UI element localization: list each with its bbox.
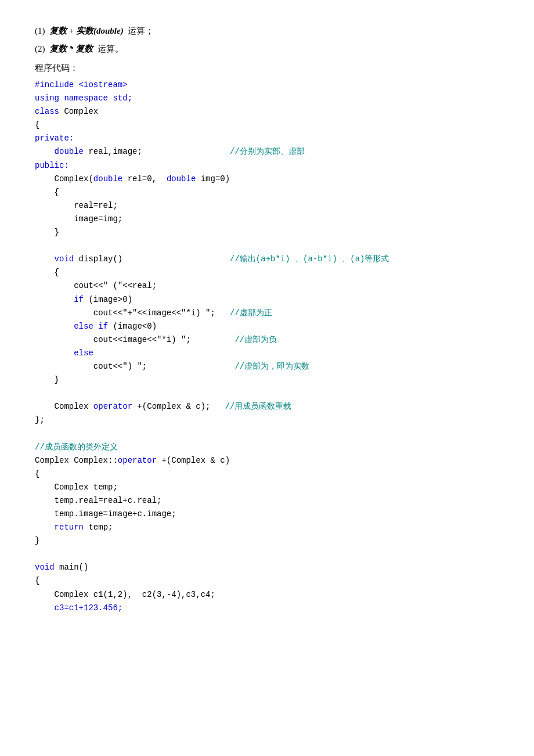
code-line-9: { <box>35 186 499 199</box>
code-line-24: }; <box>35 413 499 427</box>
code-line-11: image=img; <box>35 213 499 226</box>
intro-line2: (2) 复数 * 复数 运算。 <box>35 41 499 57</box>
code-line-7: public: <box>35 159 499 172</box>
intro-section: (1) 复数 + 实数(double) 运算； (2) 复数 * 复数 运算。 … <box>35 23 499 76</box>
page-container: (1) 复数 + 实数(double) 运算； (2) 复数 * 复数 运算。 … <box>35 23 499 615</box>
code-line-4: { <box>35 118 499 132</box>
code-line-34: { <box>35 574 499 588</box>
code-line-blank2 <box>35 387 499 400</box>
code-line-blank4 <box>35 548 499 561</box>
intro-line1-prefix: (1) 复数 + 实数(double) 运算； <box>35 26 154 35</box>
code-line-29: temp.real=real+c.real; <box>35 494 499 507</box>
code-line-13: void display() //输出(a+b*i) 、(a-b*i) 、(a)… <box>35 253 499 266</box>
code-line-33: void main() <box>35 561 499 574</box>
code-line-2: using namespace std; <box>35 92 499 105</box>
code-line-blank3 <box>35 427 499 440</box>
code-line-30: temp.image=image+c.image; <box>35 507 499 521</box>
code-line-20: else <box>35 347 499 360</box>
code-line-17: cout<<"+"<<image<<"*i) "; //虚部为正 <box>35 307 499 320</box>
intro-line1: (1) 复数 + 实数(double) 运算； <box>35 23 499 39</box>
intro-line2-content: (2) 复数 * 复数 运算。 <box>35 44 124 53</box>
code-line-21: cout<<") "; //虚部为，即为实数 <box>35 360 499 373</box>
code-line-36: c3=c1+123.456; <box>35 602 499 615</box>
code-line-18: else if (image<0) <box>35 320 499 333</box>
code-line-1: #include <iostream> <box>35 78 499 92</box>
code-line-10: real=rel; <box>35 199 499 213</box>
code-line-26: Complex Complex::operator +(Complex & c) <box>35 454 499 467</box>
code-line-19: cout<<image<<"*i) "; //虚部为负 <box>35 333 499 347</box>
code-line-25: //成员函数的类外定义 <box>35 441 499 454</box>
code-line-15: cout<<" ("<<real; <box>35 279 499 293</box>
code-line-27: { <box>35 467 499 481</box>
code-line-31: return temp; <box>35 521 499 534</box>
code-line-5: private: <box>35 132 499 145</box>
code-line-6: double real,image; //分别为实部、虚部 <box>35 145 499 159</box>
code-section: #include <iostream> using namespace std;… <box>35 78 499 615</box>
code-line-12: } <box>35 226 499 239</box>
code-label: 程序代码： <box>35 60 499 76</box>
code-line-3: class Complex <box>35 105 499 118</box>
code-line-32: } <box>35 534 499 548</box>
code-line-23: Complex operator +(Complex & c); //用成员函数… <box>35 400 499 413</box>
code-line-28: Complex temp; <box>35 481 499 494</box>
code-line-14: { <box>35 266 499 279</box>
code-line-blank1 <box>35 239 499 253</box>
code-line-8: Complex(double rel=0, double img=0) <box>35 172 499 186</box>
code-line-16: if (image>0) <box>35 293 499 307</box>
code-line-22: } <box>35 373 499 387</box>
code-line-35: Complex c1(1,2), c2(3,-4),c3,c4; <box>35 588 499 602</box>
